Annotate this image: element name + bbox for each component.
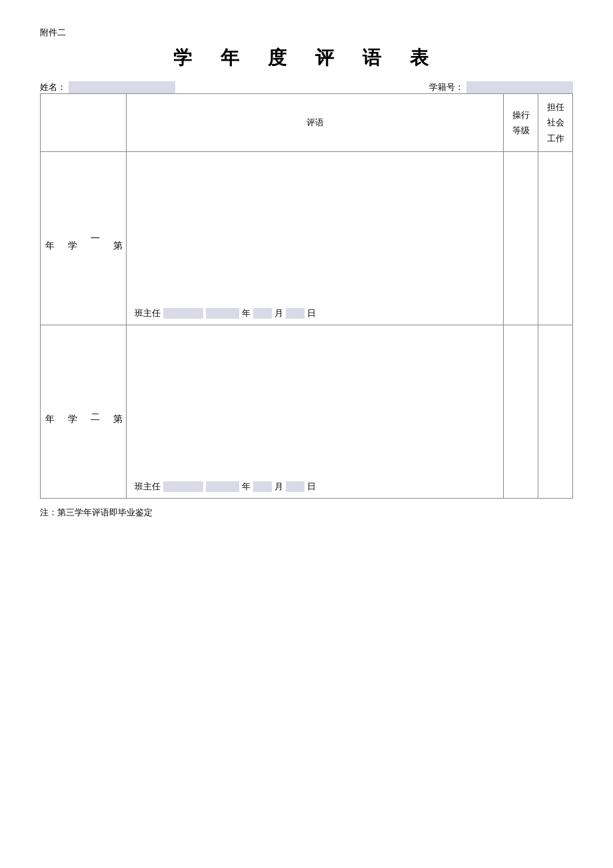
term2-conduct-cell	[504, 325, 538, 499]
term1-row: 第一学年 班主任 年 月 日	[41, 152, 573, 325]
header-social-col: 担任社会工作	[538, 94, 573, 152]
term2-teacher-label: 班主任	[135, 481, 161, 493]
main-table: 评语 操行等级 担任社会工作 第一学年 班主任 年 月 日 第二学年	[40, 93, 573, 499]
term2-month-field[interactable]	[253, 481, 272, 492]
term1-teacher-row: 班主任 年 月 日	[135, 307, 495, 319]
table-header-row: 评语 操行等级 担任社会工作	[41, 94, 573, 152]
term1-teacher-label: 班主任	[135, 307, 161, 319]
term2-label: 第二学年	[43, 407, 123, 415]
term2-day-label: 日	[307, 481, 316, 493]
term2-comment-area[interactable]: 班主任 年 月 日	[127, 325, 504, 499]
term1-conduct-cell	[504, 152, 538, 325]
info-row: 姓名： 学籍号：	[40, 81, 573, 93]
term1-month-field[interactable]	[253, 308, 272, 319]
term2-year-field[interactable]	[206, 481, 239, 492]
term1-year-field[interactable]	[206, 308, 239, 319]
term1-day-label: 日	[307, 307, 316, 319]
term2-label-cell: 第二学年	[41, 325, 127, 499]
note-text: 注：第三学年评语即毕业鉴定	[40, 507, 573, 519]
header-conduct-col: 操行等级	[504, 94, 538, 152]
term1-label: 第一学年	[43, 233, 123, 241]
term2-month-label: 月	[275, 481, 283, 493]
name-label: 姓名：	[40, 81, 66, 93]
term2-social-cell	[538, 325, 573, 499]
term2-day-field[interactable]	[286, 481, 305, 492]
xueji-label: 学籍号：	[429, 81, 464, 93]
term1-year-label: 年	[242, 307, 251, 319]
term2-year-label: 年	[242, 481, 251, 493]
name-input-field[interactable]	[69, 81, 175, 93]
term1-day-field[interactable]	[286, 308, 305, 319]
term2-teacher-name-field[interactable]	[163, 481, 203, 492]
term1-comment-area[interactable]: 班主任 年 月 日	[127, 152, 504, 325]
attachment-label: 附件二	[40, 27, 573, 39]
term1-teacher-name-field[interactable]	[163, 308, 203, 319]
page-title: 学 年 度 评 语 表	[40, 45, 573, 71]
xueji-input-field[interactable]	[466, 81, 573, 93]
term2-teacher-row: 班主任 年 月 日	[135, 481, 495, 493]
term1-label-cell: 第一学年	[41, 152, 127, 325]
term2-row: 第二学年 班主任 年 月 日	[41, 325, 573, 499]
term1-month-label: 月	[275, 307, 283, 319]
header-term-col	[41, 94, 127, 152]
header-comment-col: 评语	[127, 94, 504, 152]
term1-social-cell	[538, 152, 573, 325]
